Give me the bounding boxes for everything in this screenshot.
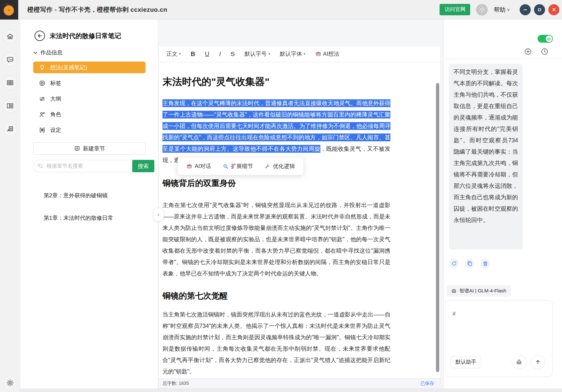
rail-library-button[interactable]	[3, 76, 17, 90]
model-name: 智谱AI | GLM-4-Flash	[459, 288, 506, 294]
menu-item-settings[interactable]: 设定	[33, 124, 146, 136]
menu-item-label: 标签	[50, 79, 61, 87]
icon-rail	[0, 20, 20, 392]
help-menu[interactable]: 帮助 ∨	[494, 6, 510, 14]
export-icon	[6, 125, 14, 133]
selected-text[interactable]: 主角发现，在这个灵气稀薄的末法时代，普通修真者无法直接吸收天地灵气。而他意外获得…	[162, 99, 390, 153]
app-logo	[0, 0, 18, 20]
person-gear-icon	[38, 111, 46, 118]
reading-icon	[6, 102, 14, 110]
menu-item-label: 角色	[50, 111, 61, 118]
editor-scrollbar[interactable]	[436, 83, 439, 372]
menu-item-outline[interactable]: 大纲	[33, 93, 146, 105]
plus-square-icon	[74, 146, 80, 151]
font-size-dropdown[interactable]: 默认字号▾	[245, 50, 270, 58]
expand-detail-button[interactable]: 扩展细节	[223, 162, 253, 170]
section-heading-1: 铜镜背后的双重身份	[162, 178, 390, 189]
font-family-dropdown[interactable]: 默认字体▾	[280, 50, 306, 58]
delete-button[interactable]	[480, 259, 490, 268]
rail-reading-button[interactable]	[3, 99, 17, 113]
window-close-button[interactable]	[548, 4, 559, 15]
collapse-panel-handle[interactable]: ‹	[153, 208, 164, 221]
caret-down-icon: ▾	[179, 52, 181, 56]
copy-button[interactable]	[465, 259, 474, 268]
robot-icon	[315, 51, 321, 57]
document-canvas[interactable]: 末法时代的"灵气收集器" 主角发现，在这个灵气稀薄的末法时代，普通修真者无法直接…	[159, 62, 441, 379]
clear-input-button[interactable]	[512, 355, 526, 369]
tag-icon	[38, 80, 46, 86]
rail-home-button[interactable]	[3, 29, 17, 44]
menu-item-ideas[interactable]: 想法(灵感笔记)	[33, 62, 146, 73]
optimize-logic-button[interactable]: 优化逻辑	[265, 162, 295, 170]
search-icon	[37, 162, 44, 169]
rail-settings-button[interactable]	[3, 376, 17, 390]
caret-down-icon: ▾	[304, 52, 306, 56]
workspace-title: 末法时代的散修日常笔记	[49, 32, 121, 40]
arrow-left-icon	[37, 33, 42, 38]
menu-item-characters[interactable]: 角色	[33, 108, 146, 120]
robot-icon	[186, 163, 192, 169]
chapter-list: 第2章：意外获得的破铜镜 第1章：末法时代的散修日常	[44, 188, 158, 233]
close-icon	[552, 7, 556, 12]
paragraph-style-dropdown[interactable]: 正文▾	[166, 50, 181, 58]
back-button[interactable]	[35, 31, 45, 41]
ai-response-message[interactable]: 不同文明分支，掌握着灵气本质的不同解读。每次主角与他们共鸣，不仅获取信息，更是在…	[449, 64, 523, 250]
model-robot-icon	[451, 288, 457, 294]
refresh-icon	[451, 261, 457, 266]
ai-panel: 不同文明分支，掌握着灵气本质的不同解读。每次主角与他们共鸣，不仅获取信息，更是在…	[443, 20, 562, 388]
library-icon	[6, 79, 14, 87]
ai-input-card[interactable]: # 默认助手	[445, 300, 553, 377]
ai-chat-button[interactable]: AI对话	[186, 162, 211, 170]
bold-button[interactable]: B	[191, 50, 195, 58]
model-selector[interactable]: 智谱AI | GLM-4-Flash	[446, 285, 511, 297]
chapter-search: 搜索	[33, 160, 154, 172]
user-avatar[interactable]: 小	[476, 4, 488, 16]
arrow-up-icon	[535, 359, 541, 365]
ai-prompt-input[interactable]: #	[445, 301, 552, 317]
chapter-list-item[interactable]: 第2章：意外获得的破铜镜	[44, 188, 158, 210]
editor-statusbar: 总字数: 1835 已保存	[159, 378, 441, 388]
maximize-icon	[538, 8, 541, 12]
ai-ideas-button[interactable]: AI想法	[315, 50, 339, 58]
underline-button[interactable]: U	[205, 50, 209, 58]
regenerate-button[interactable]	[449, 259, 459, 268]
search-button[interactable]: 搜索	[132, 160, 154, 172]
chapter-list-item[interactable]: 第1章：末法时代的散修日常	[44, 210, 158, 233]
orange-logo-icon	[2, 3, 16, 17]
menu-item-tags[interactable]: 标签	[33, 77, 146, 89]
new-conversation-button[interactable]	[524, 48, 532, 55]
document-title: 末法时代的"灵气收集器"	[162, 75, 390, 89]
feedback-chat-icon	[6, 56, 14, 63]
menu-item-label: 大纲	[50, 95, 61, 103]
mini-robot-icon	[547, 37, 551, 41]
toggle-knob	[546, 35, 552, 42]
save-status[interactable]: 已保存	[420, 381, 434, 386]
work-info-section-toggle[interactable]: 作品信息	[33, 49, 158, 56]
clear-broom-icon	[516, 359, 522, 365]
chevron-down-icon	[33, 50, 38, 55]
window-maximize-button[interactable]	[534, 4, 545, 15]
history-button[interactable]	[541, 48, 548, 55]
visit-website-button[interactable]: 访问官网	[440, 4, 470, 15]
editor-card: 正文▾ B U I S 默认字号▾ 默认字体▾	[158, 46, 441, 388]
menu-item-label: 设定	[50, 126, 61, 134]
window-minimize-button[interactable]	[520, 4, 531, 15]
left-panel: 末法时代的散修日常笔记 作品信息 想法(灵感笔记)	[20, 20, 158, 388]
assistant-selector-button[interactable]: 默认助手	[451, 356, 481, 368]
italic-button[interactable]: I	[219, 50, 221, 58]
rail-feedback-button[interactable]	[3, 52, 17, 67]
caret-down-icon: ▾	[268, 52, 270, 56]
work-info-label: 作品信息	[40, 49, 63, 56]
worldbuilding-icon	[38, 127, 46, 133]
trash-icon	[483, 261, 488, 266]
new-chapter-button[interactable]: 新建章节	[33, 142, 146, 155]
rail-export-button[interactable]	[3, 122, 17, 136]
editor-toolbar: 正文▾ B U I S 默认字号▾ 默认字体▾	[159, 46, 441, 62]
strikethrough-button[interactable]: S	[231, 50, 235, 58]
ai-panel-toggle[interactable]	[538, 35, 553, 43]
lightbulb-icon	[38, 64, 46, 71]
copy-icon	[467, 261, 472, 266]
magnifier-icon	[223, 163, 229, 169]
sliders-icon	[38, 96, 46, 102]
send-button[interactable]	[531, 355, 545, 369]
